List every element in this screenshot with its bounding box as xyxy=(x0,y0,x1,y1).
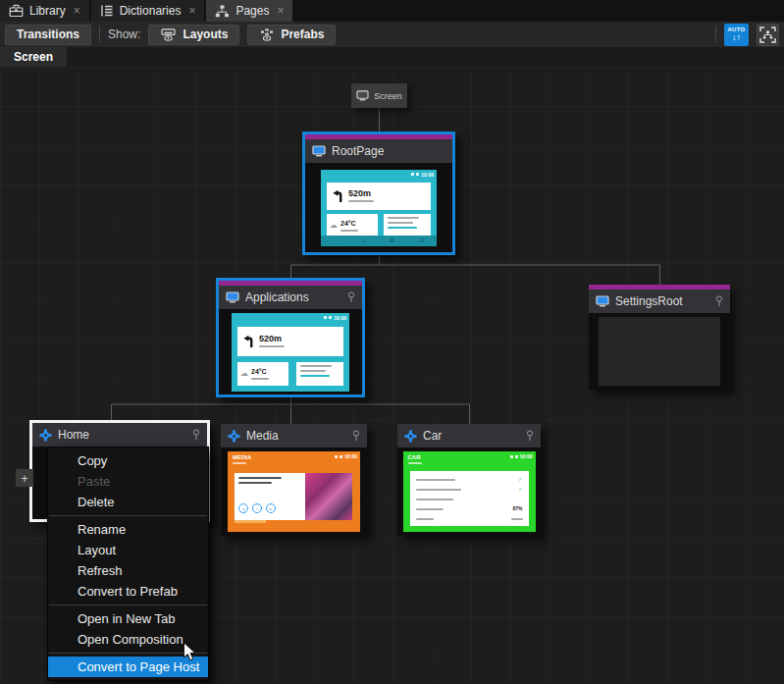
fit-to-view-button[interactable] xyxy=(757,24,779,46)
dial-icon: ⊙ xyxy=(419,237,424,243)
thumb-temperature: 24°C xyxy=(251,368,269,376)
tab-label: Pages xyxy=(235,4,269,18)
check-icon: ✓ xyxy=(518,477,522,482)
menu-item-open-in-new-tab[interactable]: Open in New Tab xyxy=(48,608,208,629)
layouts-toggle-button[interactable]: Layouts xyxy=(148,25,239,45)
menu-item-convert-to-prefab[interactable]: Convert to Prefab xyxy=(48,581,208,602)
pin-icon[interactable] xyxy=(715,295,723,307)
dictionaries-icon xyxy=(100,4,114,18)
node-applications[interactable]: Applications 10:00 520m ☁ xyxy=(216,278,365,397)
pages-editor-window: Library × Dictionaries × Pages × Transit… xyxy=(0,0,784,684)
node-label: SettingsRoot xyxy=(615,294,709,308)
node-thumbnail-area: MEDIA 10:00 ◂ ▪ ▸ xyxy=(221,447,367,536)
node-screen[interactable]: Screen xyxy=(351,83,407,108)
pin-icon[interactable] xyxy=(347,291,355,303)
rootpage-thumbnail: 10:00 520m ☁ 24°C xyxy=(321,170,437,246)
auto-arrows-icon: ↓↑ xyxy=(732,33,741,42)
thumb-energy-value: 87% xyxy=(512,506,522,511)
tab-library[interactable]: Library × xyxy=(0,0,89,22)
thumb-distance: 520m xyxy=(259,335,285,343)
node-header: Applications xyxy=(219,286,362,309)
thumb-info-card xyxy=(384,214,431,237)
media-thumbnail: MEDIA 10:00 ◂ ▪ ▸ xyxy=(228,451,360,532)
close-icon[interactable]: × xyxy=(74,5,80,17)
car-thumbnail: CAR 10:00 ✓ ✓ 87% xyxy=(403,451,536,532)
plus-icon: + xyxy=(21,471,28,486)
menu-item-refresh[interactable]: Refresh xyxy=(48,560,208,581)
thumb-album-art xyxy=(305,473,352,520)
layouts-label: Layouts xyxy=(183,27,228,41)
menu-item-layout[interactable]: Layout xyxy=(48,540,208,560)
fit-tree-icon xyxy=(759,26,776,43)
pin-icon[interactable] xyxy=(192,429,200,441)
node-label: Screen xyxy=(374,91,402,101)
tab-dictionaries[interactable]: Dictionaries × xyxy=(91,0,205,22)
breadcrumb-bar: Screen xyxy=(0,47,784,67)
tab-strip: Library × Dictionaries × Pages × xyxy=(0,0,784,22)
menu-separator xyxy=(49,515,207,516)
thumb-statusbar: 10:00 xyxy=(510,453,533,459)
node-settingsroot[interactable]: SettingsRoot xyxy=(589,285,730,390)
thumb-bottom-nav: ⌂ ♪ ⚙ ⊙ xyxy=(321,236,437,246)
close-icon[interactable]: × xyxy=(277,5,284,17)
menu-item-rename[interactable]: Rename xyxy=(48,519,208,540)
node-car[interactable]: Car CAR 10:00 ✓ ✓ 87% xyxy=(397,424,541,536)
thumb-statusbar: 10:00 xyxy=(335,453,357,459)
monitor-icon xyxy=(226,291,239,303)
menu-item-paste[interactable]: Paste xyxy=(48,471,208,492)
turn-left-arrow-icon xyxy=(332,189,343,203)
home-icon: ⌂ xyxy=(334,237,338,243)
breadcrumb[interactable]: Screen xyxy=(0,47,67,67)
monitor-icon xyxy=(356,90,369,101)
music-icon: ♪ xyxy=(361,237,364,243)
thumb-title: MEDIA xyxy=(233,454,251,464)
node-media[interactable]: Media MEDIA 10:00 ◂ ▪ ▸ xyxy=(221,424,367,536)
auto-layout-button[interactable]: AUTO ↓↑ xyxy=(724,24,749,46)
previous-icon: ◂ xyxy=(238,503,248,513)
transitions-label: Transitions xyxy=(17,27,79,41)
pin-icon[interactable] xyxy=(526,430,534,442)
cloud-icon: ☁ xyxy=(330,222,338,230)
add-page-button[interactable]: + xyxy=(16,469,33,487)
settingsroot-thumbnail xyxy=(599,317,720,386)
thumb-title: CAR xyxy=(408,454,422,464)
node-header: Media xyxy=(221,424,367,447)
pages-icon xyxy=(215,5,230,18)
pin-icon[interactable] xyxy=(352,430,360,442)
thumb-distance: 520m xyxy=(348,189,374,198)
thumb-status-card: ✓ ✓ 87% xyxy=(410,471,529,526)
node-rootpage[interactable]: RootPage 10:00 520m ☁ 24°C xyxy=(302,132,455,255)
prefabs-toggle-button[interactable]: Prefabs xyxy=(247,25,336,45)
cloud-icon: ☁ xyxy=(240,370,248,378)
toolbar-divider xyxy=(99,26,100,43)
breadcrumb-label: Screen xyxy=(14,50,53,64)
tab-label: Dictionaries xyxy=(120,4,182,18)
turn-left-arrow-icon xyxy=(242,335,254,348)
menu-item-copy[interactable]: Copy xyxy=(48,450,208,471)
tab-label: Library xyxy=(29,4,66,18)
thumb-navigation-card: 520m xyxy=(327,183,431,210)
node-thumbnail-area: CAR 10:00 ✓ ✓ 87% xyxy=(397,447,541,536)
node-header: SettingsRoot xyxy=(589,289,730,313)
monitor-icon xyxy=(596,295,609,307)
close-icon[interactable]: × xyxy=(188,5,195,17)
applications-thumbnail: 10:00 520m ☁ 24°C xyxy=(232,313,349,392)
mouse-cursor xyxy=(183,642,197,666)
page-graph-canvas[interactable]: Screen RootPage 10:00 520m xyxy=(0,67,784,684)
thumb-progress xyxy=(235,520,266,523)
monitor-icon xyxy=(312,145,326,157)
node-thumbnail-area xyxy=(589,313,730,390)
node-thumbnail-area: 10:00 520m ☁ 24°C xyxy=(219,309,362,395)
node-label: Home xyxy=(58,428,186,442)
menu-item-delete[interactable]: Delete xyxy=(48,492,208,512)
gear-icon: ⚙ xyxy=(390,237,394,243)
page-icon xyxy=(39,429,52,442)
tab-pages[interactable]: Pages × xyxy=(206,0,292,22)
node-header: RootPage xyxy=(305,139,452,163)
transitions-button[interactable]: Transitions xyxy=(5,25,91,45)
toolbar: Transitions Show: Layouts Prefabs AUTO ↓… xyxy=(0,22,784,47)
layouts-eye-icon xyxy=(160,28,177,41)
thumb-time: 10:00 xyxy=(344,453,357,459)
node-label: RootPage xyxy=(332,144,445,158)
thumb-time: 10:00 xyxy=(334,315,346,321)
